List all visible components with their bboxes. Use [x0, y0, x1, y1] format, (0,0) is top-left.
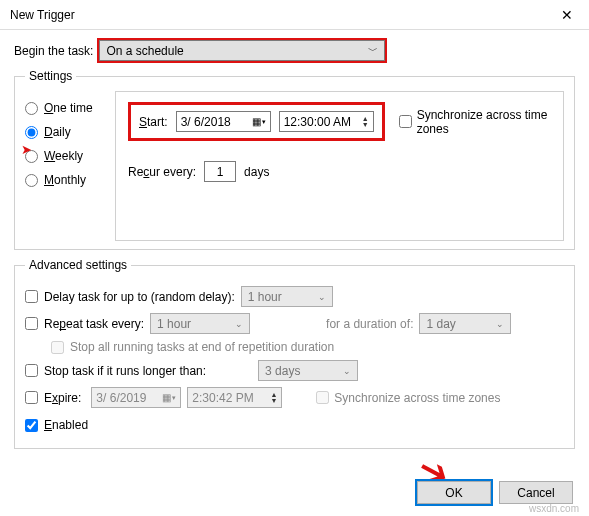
- begin-task-label: Begin the task:: [14, 44, 93, 58]
- radio-monthly-input[interactable]: [25, 174, 38, 187]
- enabled-checkbox[interactable]: [25, 419, 38, 432]
- stop-if-select[interactable]: 3 days ⌄: [258, 360, 358, 381]
- time-spinner-icon[interactable]: ▲▼: [362, 116, 369, 128]
- cancel-button[interactable]: Cancel: [499, 481, 573, 504]
- close-icon: ✕: [561, 7, 573, 23]
- calendar-icon: ▦▾: [252, 116, 266, 127]
- radio-daily[interactable]: Daily: [25, 125, 115, 139]
- button-bar: OK Cancel: [417, 481, 573, 504]
- expire-sync-checkbox: [316, 391, 329, 404]
- duration-select[interactable]: 1 day ⌄: [419, 313, 511, 334]
- recur-value-input[interactable]: 1: [204, 161, 236, 182]
- stop-all-checkbox: [51, 341, 64, 354]
- chevron-down-icon: ﹀: [368, 44, 378, 58]
- recur-unit: days: [244, 165, 269, 179]
- schedule-panel: Start: 3/ 6/2018 ▦▾ 12:30:00 AM ▲▼ Synch…: [115, 91, 564, 241]
- delay-checkbox[interactable]: [25, 290, 38, 303]
- settings-group: Settings ➤ One time Daily Weekly: [14, 69, 575, 250]
- radio-one-time-input[interactable]: [25, 102, 38, 115]
- start-date-input[interactable]: 3/ 6/2018 ▦▾: [176, 111, 271, 132]
- frequency-column: ➤ One time Daily Weekly Monthly: [25, 91, 115, 241]
- duration-label: for a duration of:: [326, 317, 413, 331]
- chevron-down-icon: ⌄: [343, 366, 351, 376]
- begin-task-select[interactable]: On a schedule ﹀: [99, 40, 385, 61]
- start-time-value: 12:30:00 AM: [284, 115, 351, 129]
- settings-legend: Settings: [25, 69, 76, 83]
- repeat-select[interactable]: 1 hour ⌄: [150, 313, 250, 334]
- expire-sync-label: Synchronize across time zones: [334, 391, 500, 405]
- advanced-legend: Advanced settings: [25, 258, 131, 272]
- chevron-down-icon: ⌄: [496, 319, 504, 329]
- advanced-group: Advanced settings Delay task for up to (…: [14, 258, 575, 449]
- expire-sync: Synchronize across time zones: [316, 391, 500, 405]
- window-title: New Trigger: [10, 8, 75, 22]
- chevron-down-icon: ⌄: [235, 319, 243, 329]
- start-date-value: 3/ 6/2018: [181, 115, 231, 129]
- close-button[interactable]: ✕: [544, 0, 589, 30]
- titlebar: New Trigger ✕: [0, 0, 589, 30]
- delay-select[interactable]: 1 hour ⌄: [241, 286, 333, 307]
- stop-if-checkbox[interactable]: [25, 364, 38, 377]
- radio-one-time[interactable]: One time: [25, 101, 115, 115]
- repeat-checkbox[interactable]: [25, 317, 38, 330]
- start-time-input[interactable]: 12:30:00 AM ▲▼: [279, 111, 374, 132]
- expire-checkbox[interactable]: [25, 391, 38, 404]
- radio-daily-input[interactable]: [25, 126, 38, 139]
- stop-all-label: Stop all running tasks at end of repetit…: [70, 340, 334, 354]
- radio-weekly[interactable]: Weekly: [25, 149, 115, 163]
- ok-button[interactable]: OK: [417, 481, 491, 504]
- expire-time-input[interactable]: 2:30:42 PM ▲▼: [187, 387, 282, 408]
- sync-timezones[interactable]: Synchronize across time zones: [399, 108, 551, 136]
- annotation-arrow-icon: ➤: [21, 142, 32, 157]
- start-highlight: Start: 3/ 6/2018 ▦▾ 12:30:00 AM ▲▼: [128, 102, 385, 141]
- time-spinner-icon[interactable]: ▲▼: [270, 392, 277, 404]
- radio-monthly[interactable]: Monthly: [25, 173, 115, 187]
- begin-task-value: On a schedule: [106, 44, 183, 58]
- calendar-icon: ▦▾: [162, 392, 176, 403]
- sync-checkbox[interactable]: [399, 115, 412, 128]
- watermark: wsxdn.com: [529, 503, 579, 514]
- sync-label: Synchronize across time zones: [417, 108, 551, 136]
- chevron-down-icon: ⌄: [318, 292, 326, 302]
- expire-date-input[interactable]: 3/ 6/2019 ▦▾: [91, 387, 181, 408]
